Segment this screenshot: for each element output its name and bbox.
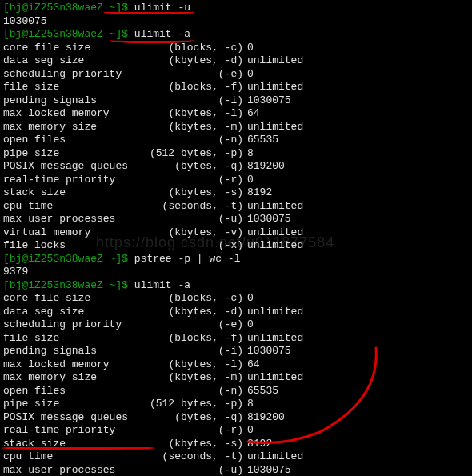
prompt-cmd: ulimit -a	[134, 279, 190, 291]
ulimit-name: data seg size	[3, 54, 143, 68]
ulimit-row: open files(-n)65535	[3, 385, 469, 398]
ulimit-value: unlimited	[243, 200, 303, 214]
ulimit-name: max user processes	[3, 464, 143, 477]
ulimit-unit: (kbytes, -s)	[143, 438, 243, 451]
ulimit-unit: (kbytes, -m)	[143, 121, 243, 134]
annotation-underline-2	[110, 37, 194, 43]
prompt-cmd: pstree -p | wc -l	[134, 253, 241, 265]
ulimit-name: max locked memory	[3, 358, 143, 372]
ulimit-row: real-time priority(-r)0	[3, 424, 469, 438]
ulimit-unit: (kbytes, -s)	[143, 186, 243, 200]
ulimit-value: unlimited	[243, 54, 303, 68]
ulimit-value: unlimited	[243, 371, 303, 385]
ulimit-value: 0	[243, 68, 254, 82]
ulimit-name: max user processes	[3, 213, 143, 226]
ulimit-row: file size(blocks, -f)unlimited	[3, 81, 469, 94]
ulimit-unit: (blocks, -f)	[143, 81, 243, 94]
ulimit-unit: (-n)	[143, 385, 243, 398]
ulimit-value: 0	[243, 318, 254, 332]
ulimit-unit: (seconds, -t)	[143, 450, 243, 464]
ulimit-value: unlimited	[243, 306, 303, 319]
ulimit-name: pending signals	[3, 94, 143, 108]
annotation-underline-1	[103, 10, 194, 14]
ulimit-unit: (-i)	[143, 94, 243, 108]
ulimit-row: pending signals(-i)1030075	[3, 345, 469, 358]
ulimit-value: 1030075	[243, 464, 291, 477]
ulimit-unit: (kbytes, -m)	[143, 371, 243, 385]
ulimit-name: max memory size	[3, 371, 143, 385]
ulimit-value: unlimited	[243, 226, 303, 240]
ulimit-name: pipe size	[3, 147, 143, 161]
ulimit-name: cpu time	[3, 450, 143, 464]
ulimit-value: 8192	[243, 438, 272, 451]
ulimit-value: 8192	[243, 186, 272, 200]
ulimit-unit: (kbytes, -d)	[143, 54, 243, 68]
ulimit-name: real-time priority	[3, 174, 143, 187]
ulimit-row: max user processes(-u)1030075	[3, 464, 469, 477]
ulimit-unit: (bytes, -q)	[143, 411, 243, 425]
ulimit-value: 1030075	[243, 94, 291, 108]
ulimit-unit: (blocks, -c)	[143, 292, 243, 306]
ulimit-value: unlimited	[243, 239, 303, 253]
ulimit-value: 819200	[243, 160, 285, 174]
ulimit-row: data seg size(kbytes, -d)unlimited	[3, 54, 469, 68]
ulimit-unit: (-e)	[143, 68, 243, 82]
prompt-line-2: [bj@iZ253n38waeZ ~]$ ulimit -a	[3, 28, 469, 42]
ulimit-name: stack size	[3, 186, 143, 200]
ulimit-row: POSIX message queues(bytes, -q)819200	[3, 411, 469, 425]
output-line: 9379	[3, 266, 469, 279]
ulimit-unit: (kbytes, -v)	[143, 226, 243, 240]
ulimit-unit: (-u)	[143, 464, 243, 477]
ulimit-name: virtual memory	[3, 226, 143, 240]
ulimit-name: scheduling priority	[3, 68, 143, 82]
ulimit-value: 0	[243, 174, 254, 187]
ulimit-row: max locked memory(kbytes, -l)64	[3, 107, 469, 121]
prompt-host: [bj@iZ253n38waeZ ~]$	[3, 279, 134, 291]
ulimit-row: max memory size(kbytes, -m)unlimited	[3, 121, 469, 134]
ulimit-value: unlimited	[243, 450, 303, 464]
ulimit-unit: (kbytes, -l)	[143, 358, 243, 372]
ulimit-unit: (kbytes, -d)	[143, 306, 243, 319]
ulimit-row: real-time priority(-r)0	[3, 174, 469, 187]
ulimit-row: core file size(blocks, -c)0	[3, 42, 469, 55]
ulimit-row: POSIX message queues(bytes, -q)819200	[3, 160, 469, 174]
ulimit-unit: (-x)	[143, 239, 243, 253]
ulimit-row: stack size(kbytes, -s)8192	[3, 186, 469, 200]
ulimit-row: cpu time(seconds, -t)unlimited	[3, 450, 469, 464]
ulimit-name: pending signals	[3, 345, 143, 358]
ulimit-row: pipe size(512 bytes, -p)8	[3, 147, 469, 161]
ulimit-name: core file size	[3, 42, 143, 55]
ulimit-unit: (bytes, -q)	[143, 160, 243, 174]
ulimit-value: 0	[243, 292, 254, 306]
ulimit-value: 1030075	[243, 345, 291, 358]
ulimit-row: scheduling priority(-e)0	[3, 68, 469, 82]
ulimit-value: 8	[243, 398, 254, 411]
ulimit-unit: (-r)	[143, 424, 243, 438]
ulimit-name: data seg size	[3, 306, 143, 319]
ulimit-row: scheduling priority(-e)0	[3, 318, 469, 332]
ulimit-name: max locked memory	[3, 107, 143, 121]
terminal-output[interactable]: [bj@iZ253n38waeZ ~]$ ulimit -u 1030075 […	[3, 2, 469, 476]
prompt-line-1: [bj@iZ253n38waeZ ~]$ ulimit -u	[3, 2, 469, 15]
ulimit-name: open files	[3, 385, 143, 398]
prompt-host: [bj@iZ253n38waeZ ~]$	[3, 253, 134, 265]
ulimit-row: max user processes(-u)1030075	[3, 213, 469, 226]
ulimit-unit: (-u)	[143, 213, 243, 226]
ulimit-name: scheduling priority	[3, 318, 143, 332]
ulimit-value: 819200	[243, 411, 285, 425]
ulimit-name: max memory size	[3, 121, 143, 134]
ulimit-row: pending signals(-i)1030075	[3, 94, 469, 108]
ulimit-unit: (-n)	[143, 134, 243, 147]
ulimit-name: POSIX message queues	[3, 160, 143, 174]
ulimit-name: core file size	[3, 292, 143, 306]
ulimit-name: cpu time	[3, 200, 143, 214]
ulimit-unit: (-r)	[143, 174, 243, 187]
ulimit-name: open files	[3, 134, 143, 147]
ulimit-row: file size(blocks, -f)unlimited	[3, 332, 469, 346]
ulimit-value: 64	[243, 358, 260, 372]
ulimit-value: 0	[243, 424, 254, 438]
ulimit-unit: (kbytes, -l)	[143, 107, 243, 121]
ulimit-row: cpu time(seconds, -t)unlimited	[3, 200, 469, 214]
ulimit-value: 0	[243, 42, 254, 55]
ulimit-row: virtual memory(kbytes, -v)unlimited	[3, 226, 469, 240]
